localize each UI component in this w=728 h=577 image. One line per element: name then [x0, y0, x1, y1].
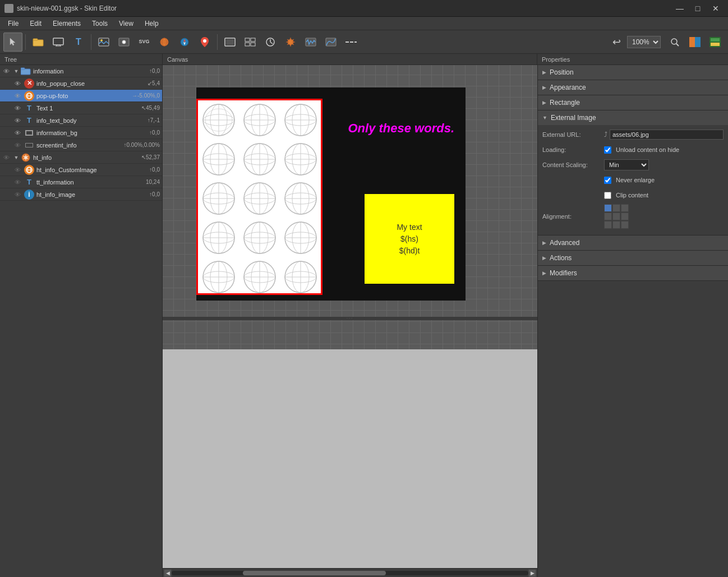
timer-button[interactable]	[261, 33, 280, 52]
tree-item-screentint[interactable]: 👁 screentint_info ↑0.00%,0.00%	[0, 139, 162, 151]
align-cell-tr[interactable]	[621, 204, 629, 212]
expand-icon-information[interactable]: ▼	[12, 67, 20, 75]
prop-section-header-modifiers[interactable]: ▶ Modifiers	[538, 266, 728, 280]
menu-help[interactable]: Help	[139, 19, 164, 29]
align-cell-mc[interactable]	[612, 213, 620, 220]
prop-label-content-scaling: Content Scaling:	[542, 161, 604, 168]
never-enlarge-checkbox[interactable]	[604, 177, 611, 184]
text-button[interactable]: T	[69, 33, 88, 52]
open-button[interactable]	[29, 33, 48, 52]
align-cell-ml[interactable]	[604, 213, 612, 220]
maximize-button[interactable]: □	[690, 2, 706, 15]
align-cell-br[interactable]	[621, 221, 629, 229]
svg-rect-2	[53, 38, 63, 45]
tree-item-info-popup-close[interactable]: 👁 ✕ info_popup_close ↙5,4	[0, 77, 162, 90]
globe-grid	[198, 100, 321, 293]
tree-item-information[interactable]: 👁 ▼ information ↑0,0	[0, 65, 162, 77]
alignment-grid	[604, 204, 629, 229]
align-cell-tc[interactable]	[612, 204, 620, 212]
tree-item-popup-foto[interactable]: 👁 pop-up-foto →-5.00%,0	[0, 90, 162, 102]
prop-section-header-position[interactable]: ▶ Position	[538, 65, 728, 80]
eye-icon-popup-close[interactable]: 👁	[11, 77, 24, 90]
item-icon-information	[20, 66, 31, 77]
eye-icon-ht-info-customimage[interactable]: 👁	[11, 164, 24, 176]
tree-item-text1[interactable]: 👁 T Text 1 ↖45,49	[0, 102, 162, 114]
menu-tools[interactable]: Tools	[86, 19, 113, 29]
expand-icon-advanced: ▶	[542, 240, 546, 246]
canvas-image-area[interactable]	[196, 99, 322, 295]
align-cell-mr[interactable]	[621, 213, 629, 220]
align-cell-bc[interactable]	[612, 221, 620, 229]
scrollbar-thumb-h[interactable]	[243, 571, 385, 575]
monitor-button[interactable]	[49, 33, 68, 52]
eye-icon-text1[interactable]: 👁	[11, 102, 24, 114]
search-button[interactable]	[665, 33, 684, 52]
scrollbar-track-h[interactable]	[172, 571, 528, 575]
eye-icon-screentint[interactable]: 👁	[11, 139, 24, 151]
tree-item-ht-info-image[interactable]: 👁 i ht_info_image ↑0,0	[0, 188, 162, 201]
yellow-box-line2: $(hs)	[400, 233, 418, 245]
eye-icon-information-bg[interactable]: 👁	[11, 127, 24, 139]
svg-rect-38	[711, 38, 720, 41]
prop-title-actions: Actions	[550, 254, 572, 262]
tree-item-name-text1: Text 1	[36, 105, 139, 112]
tree-item-info-text-body[interactable]: 👁 T info_text_body ↑7,-1	[0, 114, 162, 127]
tree-item-ht-info[interactable]: 👁 ▼ ht_info ↖52,37	[0, 151, 162, 164]
image-button[interactable]	[94, 33, 113, 52]
prop-section-header-rectangle[interactable]: ▶ Rectangle	[538, 95, 728, 110]
expand-icon-ht-info[interactable]: ▼	[12, 154, 20, 161]
color1-button[interactable]	[685, 33, 704, 52]
select-tool-button[interactable]	[3, 33, 22, 52]
eye-icon-tt-information[interactable]: 👁	[11, 176, 24, 188]
color2-button[interactable]	[706, 33, 725, 52]
screen-rect-button[interactable]	[220, 33, 239, 52]
undo-button[interactable]: ↩	[607, 33, 626, 52]
eye-icon-ht-info-image[interactable]: 👁	[11, 188, 24, 201]
prop-title-external-image: External Image	[551, 114, 596, 122]
canvas-area[interactable]: Only these words. My text $(hs) $(hd)t ·…	[163, 65, 537, 568]
eye-icon-popup-foto[interactable]: 👁	[11, 90, 24, 102]
tree-item-ht-info-customimage[interactable]: 👁 ht_info_CustomImage ↑0,0	[0, 164, 162, 176]
canvas-splitter[interactable]: ···	[163, 317, 537, 320]
prop-section-header-actions[interactable]: ▶ Actions	[538, 251, 728, 265]
clip-content-checkbox[interactable]	[604, 192, 611, 199]
prop-section-header-appearance[interactable]: ▶ Appearance	[538, 80, 728, 95]
close-button[interactable]: ✕	[708, 2, 724, 15]
tree-item-information-bg[interactable]: 👁 information_bg ↑0,0	[0, 127, 162, 139]
menu-view[interactable]: View	[113, 19, 139, 29]
star-button[interactable]	[281, 33, 300, 52]
share-icon[interactable]: ⤴	[604, 131, 607, 139]
circle-orange-icon-2	[24, 165, 34, 175]
pointer-button[interactable]	[114, 33, 133, 52]
svg-rect-41	[21, 68, 25, 70]
scroll-right-button[interactable]: ▶	[528, 569, 536, 577]
globe-button[interactable]	[155, 33, 174, 52]
spectrum-button[interactable]	[321, 33, 340, 52]
map-pin-button[interactable]	[195, 33, 214, 52]
line-button[interactable]	[342, 33, 361, 52]
external-url-input[interactable]	[610, 130, 724, 140]
prop-section-header-advanced[interactable]: ▶ Advanced	[538, 236, 728, 250]
zoom-select[interactable]: 100% 50% 150% 200%	[627, 36, 661, 48]
align-cell-tl[interactable]	[604, 204, 612, 212]
tree-item-tt-information[interactable]: 👁 T tt_information 10,24	[0, 176, 162, 188]
prop-title-modifiers: Modifiers	[550, 269, 577, 277]
menu-file[interactable]: File	[2, 19, 24, 29]
prop-row-external-url: External URL: ⤴	[542, 128, 724, 141]
content-scaling-select[interactable]: Min Max Stretch None	[604, 159, 649, 170]
minimize-button[interactable]: —	[672, 2, 688, 15]
compass-button[interactable]	[175, 33, 194, 52]
eye-icon-information[interactable]: 👁	[0, 65, 12, 77]
eye-icon-info-text-body[interactable]: 👁	[11, 114, 24, 127]
scroll-left-button[interactable]: ◀	[164, 569, 172, 577]
menu-edit[interactable]: Edit	[24, 19, 47, 29]
grid-button[interactable]	[241, 33, 260, 52]
waveform-button[interactable]	[301, 33, 320, 52]
menu-elements[interactable]: Elements	[47, 19, 86, 29]
unload-content-checkbox[interactable]	[604, 146, 611, 154]
svg-button[interactable]: SVG	[135, 33, 154, 52]
align-cell-bl[interactable]	[604, 221, 612, 229]
prop-section-header-external-image[interactable]: ▼ External Image	[538, 110, 728, 125]
eye-icon-ht-info[interactable]: 👁	[0, 151, 12, 164]
text-icon: T	[27, 104, 31, 112]
